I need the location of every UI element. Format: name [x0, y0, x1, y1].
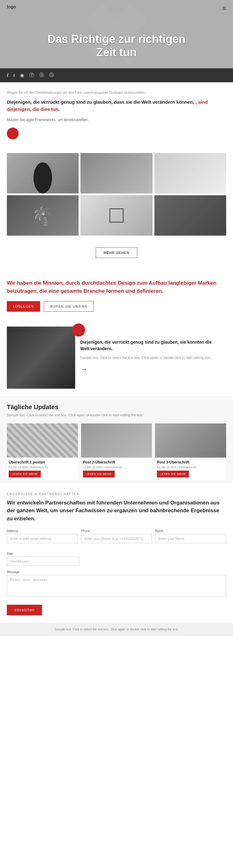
- posts-grid: Überschrift 1 posten Fri Jan 19 2020 | K…: [7, 424, 226, 480]
- intro-section: Bringen Sie mit dem Direktbeweisungen au…: [0, 82, 233, 146]
- post-info-2: Post 2-Überschrift Fri Jan 18 2020 | Kom…: [81, 458, 152, 480]
- post-card-1: Überschrift 1 posten Fri Jan 19 2020 | K…: [7, 424, 78, 480]
- lesen-button-1[interactable]: LESEN SIE MEHR: [9, 471, 41, 477]
- loslegen-button[interactable]: LOSLEGEN: [7, 301, 40, 312]
- feature-image: [7, 327, 75, 389]
- date-group: Date: [7, 552, 226, 566]
- footer-sample: Sample text. Click to select the text bo…: [0, 623, 233, 636]
- date-input[interactable]: [7, 557, 79, 566]
- updates-section: Tägliche Updates Sample text. Click to s…: [0, 396, 233, 483]
- feature-section: Diejenigen, die verrückt genug sind zu g…: [0, 319, 233, 396]
- header-title: Das Richtige zur richtigen Zeit tun: [48, 32, 185, 68]
- intro-text-part1: Diejenigen, die verrückt genug sind zu g…: [7, 99, 197, 104]
- gallery-item-1: [7, 153, 79, 193]
- name-input[interactable]: [155, 534, 226, 543]
- footer-sample-text: Sample text. Click to select the text bo…: [54, 628, 179, 631]
- mission-btn-group: LOSLEGEN RUFEN SIE UNS AN: [7, 301, 226, 312]
- updates-sample-text: Sample text. Click to select the text bo…: [7, 412, 226, 418]
- name-label: Name: [155, 529, 226, 533]
- address-group: Address: [7, 529, 78, 543]
- gallery-item-4: [7, 195, 79, 236]
- gallery-item-5: [81, 195, 152, 236]
- feature-content: Diejenigen, die verrückt genug sind zu g…: [75, 327, 226, 389]
- partnerships-title: Wir entwickeln Partnerschaften mit führe…: [7, 499, 226, 523]
- rufen-button[interactable]: RUFEN SIE UNS AN: [44, 301, 94, 312]
- dribbble-icon[interactable]: Ⓓ: [49, 72, 54, 79]
- feature-title: Diejenigen, die verrückt genug sind zu g…: [80, 333, 221, 352]
- mission-section: Wir haben die Mission, durch durchdachte…: [0, 272, 233, 319]
- facebook-icon[interactable]: 𝐟: [7, 73, 8, 78]
- intro-main-text: Diejenigen, die verrückt genug sind zu g…: [7, 99, 226, 113]
- post-meta-1: Fri Jan 19 2020 | Komments (0): [9, 466, 76, 469]
- intro-sub-text: Nutzen Sie agile Frameworks, um bereitzu…: [7, 117, 226, 123]
- post-image-3: [155, 424, 226, 458]
- lesen-button-2[interactable]: LESEN SIE MEHR: [83, 471, 115, 477]
- feature-red-dot: [72, 323, 85, 337]
- pinterest-icon[interactable]: Ⓟ: [29, 72, 34, 79]
- header: logo ≡ Das Richtige zur richtigen Zeit t…: [0, 0, 233, 68]
- gallery-item-3: [154, 153, 226, 193]
- menu-icon[interactable]: ≡: [222, 4, 226, 12]
- post-card-3: Post 3-Überschrift Fri Jan 19 2020 | Kom…: [155, 424, 226, 480]
- gallery: [0, 146, 233, 239]
- name-group: Name: [155, 529, 226, 543]
- logo: logo: [7, 4, 16, 9]
- phone-group: Phone: [81, 529, 152, 543]
- post-card-2: Post 2-Überschrift Fri Jan 18 2020 | Kom…: [81, 424, 152, 480]
- phone-label: Phone: [81, 529, 152, 533]
- twitter-icon[interactable]: 𝐭: [13, 73, 15, 78]
- partnerships-section: ERGEBNISSE & PARTNERSCHAFTEN Wir entwick…: [0, 483, 233, 623]
- address-label: Address: [7, 529, 78, 533]
- submit-button[interactable]: einreichen: [7, 605, 42, 615]
- post-title-3: Post 3-Überschrift: [157, 460, 224, 464]
- lesen-button-3[interactable]: LESEN SIE MEHR: [157, 471, 189, 477]
- phone-input[interactable]: [81, 534, 152, 543]
- form-row-1: Address Phone Name: [7, 529, 226, 548]
- partnerships-label: ERGEBNISSE & PARTNERSCHAFTEN: [7, 492, 226, 496]
- post-image-1: [7, 424, 78, 458]
- message-group: Message: [7, 570, 226, 598]
- post-title-2: Post 2-Überschrift: [83, 460, 150, 464]
- post-image-2: [81, 424, 152, 458]
- header-title-line1: Das Richtige zur richtigen: [48, 32, 185, 45]
- feature-sample-text: Sample text. Click to select the text bo…: [80, 355, 221, 361]
- post-info-1: Überschrift 1 posten Fri Jan 19 2020 | K…: [7, 458, 78, 480]
- mehr-sehen-button[interactable]: MEHR SEHEN: [96, 247, 137, 258]
- gallery-item-2: [81, 153, 152, 193]
- header-title-line2: Zeit tun: [48, 45, 185, 59]
- post-meta-3: Fri Jan 19 2020 | Komments (0): [157, 466, 224, 469]
- behance-icon[interactable]: Ⓑ: [39, 72, 44, 79]
- mission-text: Wir haben die Mission, durch durchdachte…: [7, 279, 226, 295]
- address-input[interactable]: [7, 534, 78, 543]
- message-label: Message: [7, 570, 226, 574]
- updates-title: Tägliche Updates: [7, 404, 226, 411]
- gallery-item-6: [154, 195, 226, 236]
- date-label: Date: [7, 552, 226, 555]
- arrow-right-icon[interactable]: →: [80, 365, 221, 373]
- red-circle-decoration: [7, 128, 19, 140]
- message-input[interactable]: [7, 575, 226, 597]
- post-title-1: Überschrift 1 posten: [9, 460, 76, 464]
- post-meta-2: Fri Jan 18 2020 | Komments (0): [83, 466, 150, 469]
- instagram-icon[interactable]: ◉: [20, 72, 24, 78]
- breadcrumb: Bringen Sie mit dem Direktbeweisungen au…: [7, 91, 226, 94]
- post-info-3: Post 3-Überschrift Fri Jan 19 2020 | Kom…: [155, 458, 226, 480]
- social-bar: 𝐟 𝐭 ◉ Ⓟ Ⓑ Ⓓ: [0, 68, 233, 82]
